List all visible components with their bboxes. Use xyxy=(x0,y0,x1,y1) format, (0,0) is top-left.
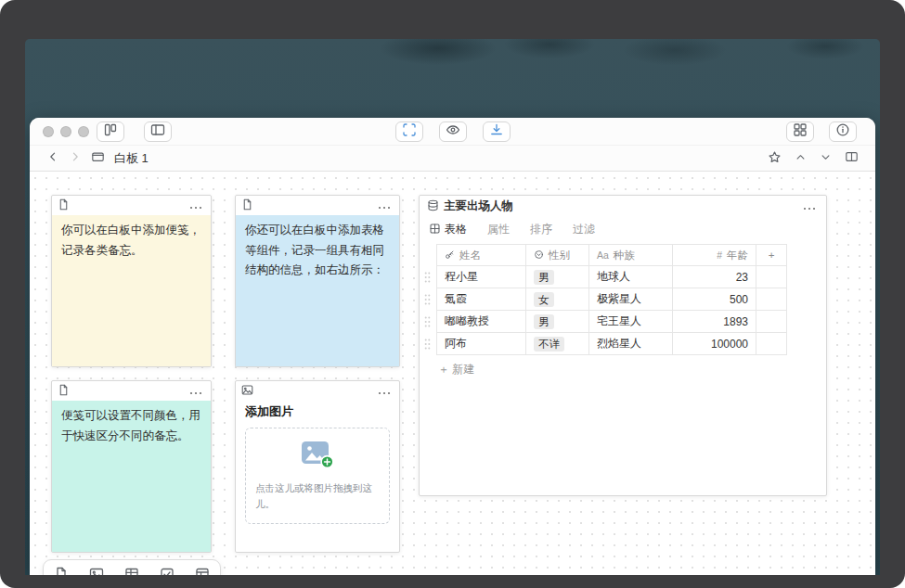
note-text[interactable]: 你还可以在白板中添加表格等组件，记录一组具有相同结构的信息，如右边所示： xyxy=(236,215,399,366)
note-more-button[interactable] xyxy=(187,382,205,400)
kanban-view-button[interactable] xyxy=(97,121,124,142)
tab-properties[interactable]: 属性 xyxy=(487,222,510,237)
gallery-view-button[interactable] xyxy=(786,121,814,142)
table-card-title[interactable]: 主要出场人物 xyxy=(444,198,513,214)
chevron-up-icon xyxy=(795,151,807,166)
kanban-icon xyxy=(103,122,118,140)
collapse-button[interactable] xyxy=(795,151,807,166)
note-icon xyxy=(58,198,70,214)
image-drop-zone[interactable]: 点击这儿或将图片拖拽到这儿。 xyxy=(245,428,390,524)
note-tool-icon xyxy=(54,567,69,575)
sticky-note-blue[interactable]: 你还可以在白板中添加表格等组件，记录一组具有相同结构的信息，如右边所示： xyxy=(235,195,400,367)
row-drag-handle[interactable] xyxy=(424,315,431,327)
favorite-button[interactable] xyxy=(768,150,782,167)
grid-view-icon xyxy=(793,122,808,140)
column-header-race[interactable]: Aa 种族 xyxy=(588,245,672,265)
single-select-icon xyxy=(534,249,544,262)
cell-name[interactable]: 程小星 xyxy=(436,266,525,288)
cell-age[interactable]: 1893 xyxy=(672,311,756,332)
table-row: 氪霞 女 极紫星人 500 xyxy=(436,288,787,311)
info-button[interactable] xyxy=(829,121,857,142)
fit-screen-icon xyxy=(402,122,417,140)
insert-todo-button[interactable] xyxy=(160,567,175,575)
insert-image-button[interactable] xyxy=(89,567,104,575)
minimize-window-button[interactable] xyxy=(60,126,71,137)
cell-name[interactable]: 阿布 xyxy=(436,333,525,354)
zoom-window-button[interactable] xyxy=(78,126,89,137)
table-card-more-button[interactable] xyxy=(800,198,819,215)
cell-race[interactable]: 极紫星人 xyxy=(588,288,672,310)
cell-race[interactable]: 烈焰星人 xyxy=(588,333,672,354)
board-title[interactable]: 白板 1 xyxy=(114,150,149,167)
expand-button[interactable] xyxy=(820,151,832,166)
eye-icon xyxy=(446,122,460,140)
column-header-age[interactable]: # 年龄 xyxy=(672,245,756,265)
desktop-wallpaper: 白板 1 xyxy=(25,39,880,575)
cell-gender[interactable]: 男 xyxy=(525,311,588,332)
back-button[interactable] xyxy=(46,150,59,166)
note-text[interactable]: 你可以在白板中添加便笺，记录各类备忘。 xyxy=(52,215,211,366)
more-icon xyxy=(189,384,202,398)
info-icon xyxy=(835,122,850,140)
table-card[interactable]: 主要出场人物 表格 属性 排序 过滤 xyxy=(419,195,827,496)
sticky-note-yellow[interactable]: 你可以在白板中添加便笺，记录各类备忘。 xyxy=(51,195,212,367)
insert-table-button[interactable] xyxy=(124,567,139,575)
data-table: 姓名 性别 Aa 种族 # xyxy=(436,244,787,355)
cell-age[interactable]: 23 xyxy=(672,266,756,288)
forward-button[interactable] xyxy=(69,150,82,166)
more-icon xyxy=(803,199,816,213)
image-card-more-button[interactable] xyxy=(375,382,394,400)
row-drag-handle[interactable] xyxy=(424,293,431,305)
image-icon xyxy=(241,383,253,400)
note-more-button[interactable] xyxy=(375,197,394,214)
sidebar-toggle-button[interactable] xyxy=(144,121,172,142)
cell-race[interactable]: 地球人 xyxy=(588,266,672,288)
cell-name[interactable]: 嘟嘟教授 xyxy=(436,311,525,332)
cell-gender[interactable]: 不详 xyxy=(525,333,588,354)
row-drag-handle[interactable] xyxy=(424,271,431,283)
image-drop-hint: 点击这儿或将图片拖拽到这儿。 xyxy=(253,480,381,512)
tab-filter[interactable]: 过滤 xyxy=(573,222,595,237)
cell-race[interactable]: 宅王星人 xyxy=(588,311,672,332)
note-text[interactable]: 便笺可以设置不同颜色，用于快速区分不同的备忘。 xyxy=(52,401,211,552)
cell-name[interactable]: 氪霞 xyxy=(436,288,525,310)
add-row-button[interactable]: ＋ 新建 xyxy=(436,355,826,377)
split-view-button[interactable] xyxy=(845,150,859,166)
insert-toolbar xyxy=(43,559,221,575)
note-more-button[interactable] xyxy=(187,197,205,214)
cell-age[interactable]: 500 xyxy=(672,288,756,310)
fit-to-screen-button[interactable] xyxy=(395,121,423,142)
insert-note-button[interactable] xyxy=(54,567,69,575)
insert-template-button[interactable] xyxy=(195,567,210,575)
more-icon xyxy=(378,384,391,398)
traffic-lights xyxy=(30,126,89,137)
export-button[interactable] xyxy=(483,121,511,142)
database-icon xyxy=(427,198,439,215)
whiteboard-canvas[interactable]: 你可以在白板中添加便笺，记录各类备忘。 你还可以在白板中添加表格等组件，记录一组… xyxy=(30,173,875,575)
preview-button[interactable] xyxy=(439,121,467,142)
image-card[interactable]: 添加图片 点击这儿或将图片拖拽到这儿。 xyxy=(235,380,400,553)
gender-badge: 女 xyxy=(534,292,554,307)
image-card-title[interactable]: 添加图片 xyxy=(236,401,399,420)
tab-sort[interactable]: 排序 xyxy=(530,222,552,237)
column-header-name[interactable]: 姓名 xyxy=(436,245,525,265)
image-card-header xyxy=(236,381,399,401)
note-icon xyxy=(241,198,253,214)
chevron-left-icon xyxy=(46,150,59,166)
add-image-icon xyxy=(301,441,334,473)
cell-gender[interactable]: 男 xyxy=(525,266,588,288)
gender-badge: 男 xyxy=(534,314,554,329)
cell-age[interactable]: 100000 xyxy=(672,333,756,354)
number-type-icon: # xyxy=(717,249,722,261)
sticky-note-teal[interactable]: 便笺可以设置不同颜色，用于快速区分不同的备忘。 xyxy=(51,380,212,553)
tab-table[interactable]: 表格 xyxy=(429,222,467,237)
row-drag-handle[interactable] xyxy=(424,338,431,350)
close-window-button[interactable] xyxy=(43,126,54,137)
cell-add-spacer xyxy=(756,333,787,354)
table-card-header: 主要出场人物 xyxy=(420,196,826,217)
table-row: 程小星 男 地球人 23 xyxy=(436,266,787,288)
navbar-left: 白板 1 xyxy=(30,150,149,167)
cell-gender[interactable]: 女 xyxy=(525,288,588,310)
add-column-button[interactable]: + xyxy=(756,245,787,265)
column-header-gender[interactable]: 性别 xyxy=(525,245,588,265)
